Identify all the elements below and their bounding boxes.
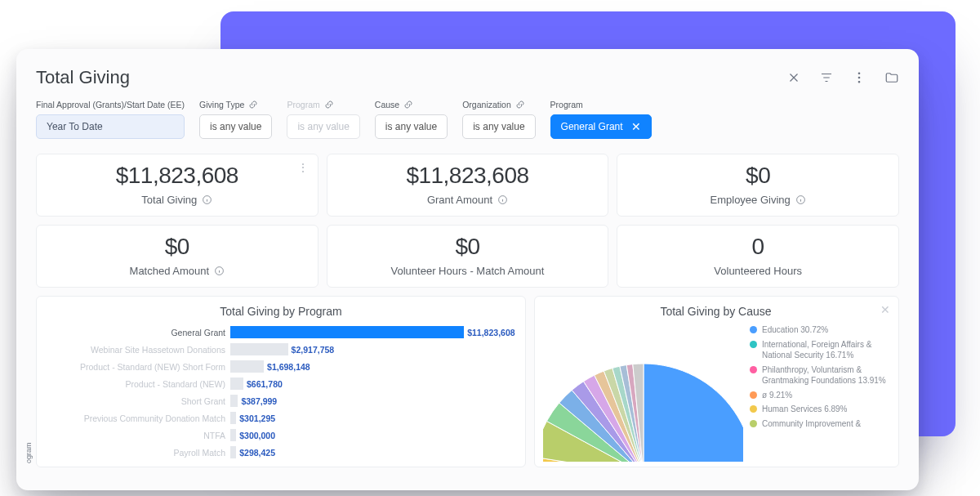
pie-chart-card: Total Giving by Cause ✕ Education 30.72%…	[534, 296, 899, 467]
legend-item[interactable]: International, Foreign Affairs & Nationa…	[750, 339, 889, 361]
svg-point-0	[858, 73, 860, 74]
bar-row[interactable]: Product - Standard (NEW)$661,780	[47, 376, 515, 391]
bar-value-label: $301,295	[236, 412, 275, 424]
kpi-label: Volunteer Hours - Match Amount	[339, 265, 597, 277]
legend-swatch	[750, 420, 757, 427]
close-icon[interactable]: ✕	[880, 303, 890, 316]
bar-category-label: Webinar Site Hassetown Donations	[47, 345, 230, 355]
bar-row[interactable]: Webinar Site Hassetown Donations$2,917,7…	[47, 342, 515, 357]
filter-chip[interactable]: is any value	[287, 114, 359, 139]
bar-row[interactable]: General Grant$11,823,608	[47, 324, 515, 340]
legend-swatch	[750, 391, 757, 399]
filter-program: ProgramGeneral Grant✕	[550, 100, 652, 139]
filter-chip[interactable]: is any value	[199, 114, 272, 139]
filter-chip[interactable]: is any value	[462, 114, 535, 139]
pie-chart-legend: Education 30.72%International, Foreign A…	[750, 324, 889, 462]
kpi-card: $0Volunteer Hours - Match Amount	[327, 225, 609, 288]
filter-chip[interactable]: General Grant✕	[550, 114, 652, 139]
kpi-card: $0Matched Amount	[36, 225, 318, 288]
info-icon[interactable]	[214, 266, 225, 276]
bar-fill	[230, 326, 464, 338]
bar-chart-title: Total Giving by Program	[47, 305, 515, 318]
legend-swatch	[750, 341, 757, 348]
bar-fill	[230, 343, 288, 355]
legend-item[interactable]: Philanthropy, Voluntarism & Grantmaking …	[750, 364, 889, 387]
svg-point-2	[858, 82, 860, 83]
close-icon[interactable]	[786, 70, 801, 85]
filter-bar: Final Approval (Grants)/Start Date (EE)Y…	[36, 100, 899, 139]
info-icon[interactable]	[497, 194, 508, 205]
kpi-value: $11,823,608	[339, 163, 597, 189]
pie-slice[interactable]	[644, 364, 744, 462]
legend-item[interactable]: ø 9.21%	[750, 390, 889, 401]
pie-svg	[543, 364, 743, 462]
bar-row[interactable]: Previous Community Donation Match$301,29…	[47, 410, 515, 426]
bar-track: $301,295	[230, 412, 515, 424]
bar-value-label: $2,917,758	[288, 343, 335, 355]
bar-track: $298,425	[230, 446, 515, 458]
bar-track: $300,000	[230, 429, 515, 441]
kpi-value: $11,823,608	[48, 163, 306, 189]
link-icon	[248, 100, 258, 109]
pie-chart-title: Total Giving by Cause	[543, 305, 889, 318]
bar-track: $387,999	[230, 395, 515, 407]
bar-track: $2,917,758	[230, 343, 515, 355]
link-icon	[324, 100, 334, 109]
kpi-value: $0	[339, 234, 597, 260]
bar-row[interactable]: Payroll Match$298,425	[47, 445, 515, 460]
dashboard-panel: Total Giving Final Approval (Grants)/Sta…	[16, 49, 919, 490]
header: Total Giving	[36, 67, 899, 88]
filter-chip[interactable]: is any value	[375, 114, 448, 139]
info-icon[interactable]	[202, 194, 212, 205]
remove-filter-icon[interactable]: ✕	[631, 121, 641, 132]
filter-giving-type: Giving Typeis any value	[199, 100, 272, 139]
legend-label: Community Improvement &	[762, 418, 861, 430]
bar-value-label: $300,000	[236, 429, 275, 441]
bar-fill	[230, 360, 264, 373]
bar-row[interactable]: NTFA$300,000	[47, 427, 515, 443]
legend-item[interactable]: Human Services 6.89%	[750, 404, 889, 415]
kebab-icon[interactable]	[852, 70, 866, 85]
filter-icon[interactable]	[819, 70, 834, 85]
legend-swatch	[750, 326, 757, 333]
kebab-icon[interactable]: ⋮	[297, 161, 310, 174]
kpi-card: ⋮$11,823,608Total Giving	[36, 154, 318, 217]
legend-label: Philanthropy, Voluntarism & Grantmaking …	[762, 364, 889, 387]
folder-icon[interactable]	[884, 70, 899, 85]
filter-cause: Causeis any value	[375, 100, 448, 139]
info-icon[interactable]	[795, 194, 806, 205]
bar-row[interactable]: Short Grant$387,999	[47, 393, 515, 409]
kpi-card: $11,823,608Grant Amount	[327, 154, 609, 217]
bar-category-label: Product - Standard (NEW) Short Form	[47, 362, 230, 372]
filter-chip[interactable]: Year To Date	[36, 114, 185, 139]
kpi-row-2: $0Matched Amount$0Volunteer Hours - Matc…	[36, 225, 899, 288]
legend-label: ø 9.21%	[762, 390, 792, 401]
bar-category-label: Short Grant	[47, 396, 230, 406]
legend-item[interactable]: Education 30.72%	[750, 324, 889, 336]
legend-item[interactable]: Community Improvement &	[750, 418, 889, 430]
bar-fill	[230, 378, 243, 390]
bar-value-label: $298,425	[236, 446, 275, 458]
legend-label: International, Foreign Affairs & Nationa…	[762, 339, 889, 361]
legend-label: Education 30.72%	[762, 324, 828, 336]
bar-row[interactable]: Product - Standard (NEW) Short Form$1,69…	[47, 359, 515, 374]
bar-category-label: Previous Community Donation Match	[47, 413, 230, 423]
bar-chart-card: Total Giving by Program ogram General Gr…	[36, 296, 526, 467]
bar-fill	[230, 429, 236, 441]
filter-program: Programis any value	[287, 100, 359, 139]
bar-track: $661,780	[230, 378, 515, 390]
filter-label: Final Approval (Grants)/Start Date (EE)	[36, 100, 185, 109]
bar-chart-body: ogram General Grant$11,823,608Webinar Si…	[47, 324, 515, 460]
kpi-card: $0Employee Giving	[617, 154, 899, 217]
bar-value-label: $1,698,148	[264, 360, 310, 373]
bar-chart-axis-label: ogram	[24, 442, 33, 463]
bar-category-label: General Grant	[47, 328, 230, 337]
kpi-label: Matched Amount	[48, 265, 306, 277]
kpi-label: Grant Amount	[339, 194, 597, 206]
filter-final-approval-grants-start-date-ee: Final Approval (Grants)/Start Date (EE)Y…	[36, 100, 185, 139]
link-icon	[403, 100, 413, 109]
legend-swatch	[750, 366, 757, 373]
page-title: Total Giving	[36, 67, 130, 88]
filter-label: Program	[550, 100, 652, 109]
kpi-label: Volunteered Hours	[629, 265, 887, 277]
